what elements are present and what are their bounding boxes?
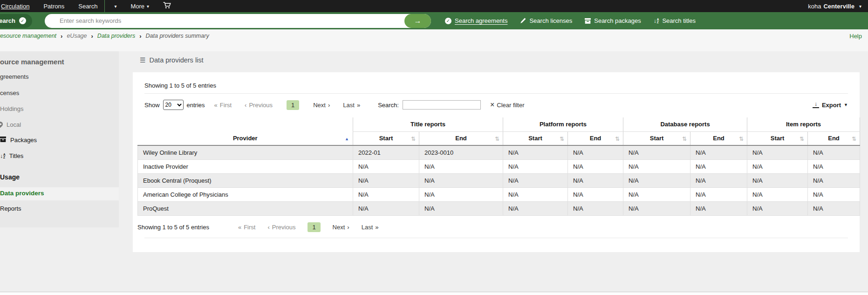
- sidebar-item-packages[interactable]: Packages: [0, 137, 37, 144]
- sidebar-item-data-providers[interactable]: ⇄ Data providers: [0, 190, 44, 197]
- previous-page-button[interactable]: ‹ Previous: [267, 224, 295, 231]
- report-period-cell: N/A: [503, 187, 568, 201]
- provider-cell: Inactive Provider: [138, 159, 353, 173]
- search-tab-label: nent search: [0, 17, 15, 24]
- provider-cell: American College of Physicians: [138, 187, 353, 201]
- report-period-cell: N/A: [568, 159, 623, 173]
- sidebar-item-label: Reports: [0, 205, 21, 212]
- report-period-cell: N/A: [747, 173, 808, 187]
- last-page-button[interactable]: Last »: [343, 102, 360, 109]
- link-search-titles[interactable]: ↓AZ Search titles: [654, 17, 696, 24]
- nav-circulation[interactable]: Circulation: [0, 0, 36, 12]
- search-type-tab[interactable]: nent search ✓: [0, 14, 32, 28]
- sidebar-item-reports[interactable]: Reports: [0, 205, 21, 212]
- sidebar-item-titles[interactable]: ↓AZ Titles: [0, 152, 23, 159]
- table-filter-input[interactable]: [403, 100, 481, 110]
- report-period-cell: N/A: [808, 159, 860, 173]
- breadcrumb-current: Data providers summary: [146, 33, 209, 39]
- group-item-reports: Item reports: [747, 117, 860, 131]
- sidebar-heading-resource-management: ource management: [0, 58, 64, 66]
- report-period-cell: N/A: [568, 173, 623, 187]
- link-label: Search titles: [662, 17, 696, 24]
- group-header-row: Provider ▲ Title reports Platform report…: [138, 117, 860, 131]
- group-platform-reports: Platform reports: [503, 117, 623, 131]
- report-period-cell: N/A: [503, 173, 568, 187]
- report-period-cell: N/A: [623, 145, 690, 159]
- first-page-button[interactable]: « First: [238, 224, 256, 231]
- table-row[interactable]: Wiley Online Library2022-012023-0010N/AN…: [138, 145, 860, 159]
- sidebar-item-agreements[interactable]: greements: [0, 73, 28, 80]
- breadcrumb: resource management › eUsage › Data prov…: [0, 29, 868, 51]
- search-input[interactable]: [45, 17, 390, 24]
- filter-search-label: Search:: [378, 102, 399, 109]
- sidebar-item-holdings[interactable]: Holdings: [0, 105, 24, 112]
- arrow-right-icon: →: [414, 17, 422, 25]
- double-chevron-right-icon: »: [357, 102, 360, 109]
- first-label: First: [220, 102, 232, 109]
- footer-divider: [0, 292, 868, 295]
- help-link[interactable]: Help: [849, 33, 862, 40]
- user-menu[interactable]: koha Centerville ▾: [808, 3, 868, 10]
- sidebar-item-label: Local: [7, 121, 21, 128]
- data-providers-panel: Showing 1 to 5 of 5 entries Show 20 entr…: [133, 72, 860, 252]
- sort-icon: ⇅: [615, 136, 620, 142]
- column-header-start[interactable]: Start ⇅: [503, 131, 568, 145]
- report-period-cell: 2022-01: [353, 145, 419, 159]
- sort-icon: ⇅: [411, 136, 416, 142]
- provider-column-header[interactable]: Provider ▲: [138, 117, 353, 145]
- previous-page-button[interactable]: ‹ Previous: [245, 102, 273, 109]
- link-label: Search packages: [594, 17, 641, 24]
- breadcrumb-resource-management[interactable]: resource management: [0, 33, 56, 39]
- next-page-button[interactable]: Next ›: [313, 102, 330, 109]
- pagination-bottom: « First ‹ Previous 1 Next › Last »: [238, 222, 379, 232]
- report-period-cell: N/A: [808, 145, 860, 159]
- table-row[interactable]: Inactive ProviderN/AN/AN/AN/AN/AN/AN/AN/…: [138, 159, 860, 173]
- first-page-button[interactable]: « First: [214, 102, 232, 109]
- column-header-end[interactable]: End ⇅: [568, 131, 623, 145]
- sort-icon: ⇅: [739, 136, 744, 142]
- column-header-end[interactable]: End ⇅: [808, 131, 860, 145]
- nav-more[interactable]: More ▾: [123, 0, 156, 12]
- page-number-button[interactable]: 1: [308, 222, 320, 232]
- column-header-end[interactable]: End ⇅: [690, 131, 747, 145]
- table-footer: Showing 1 to 5 of 5 entries « First ‹ Pr…: [137, 222, 850, 232]
- clear-filter-label: Clear filter: [497, 102, 524, 109]
- breadcrumb-eusage[interactable]: eUsage: [67, 33, 87, 39]
- chevron-right-icon: ›: [328, 102, 330, 109]
- link-search-licenses[interactable]: Search licenses: [520, 17, 572, 24]
- sidebar-item-local[interactable]: Local: [0, 121, 21, 128]
- group-title-reports: Title reports: [353, 117, 503, 131]
- table-row[interactable]: ProQuestN/AN/AN/AN/AN/AN/AN/AN/A: [138, 201, 860, 215]
- column-header-end[interactable]: End ⇅: [419, 131, 503, 145]
- nav-search-dropdown[interactable]: ▾: [105, 0, 123, 12]
- list-icon: ☰: [140, 56, 146, 64]
- link-search-packages[interactable]: Search packages: [585, 17, 641, 24]
- next-label: Next: [313, 102, 326, 109]
- nav-search[interactable]: Search: [71, 0, 104, 12]
- next-page-button[interactable]: Next ›: [333, 224, 349, 231]
- column-header-start[interactable]: Start ⇅: [623, 131, 690, 145]
- report-period-cell: N/A: [623, 201, 690, 215]
- report-period-cell: N/A: [568, 145, 623, 159]
- double-chevron-right-icon: »: [375, 224, 378, 231]
- page-size-select[interactable]: 20: [163, 100, 184, 110]
- entries-label: entries: [187, 102, 205, 109]
- link-search-agreements[interactable]: ✓ Search agreements: [441, 17, 507, 24]
- last-page-button[interactable]: Last »: [362, 224, 379, 231]
- provider-cell: Wiley Online Library: [138, 145, 353, 159]
- chevron-right-icon: ›: [91, 33, 93, 40]
- sidebar-item-licenses[interactable]: censes: [0, 89, 19, 96]
- nav-patrons[interactable]: Patrons: [36, 0, 71, 12]
- export-button[interactable]: ↓ Export ▼: [813, 102, 848, 109]
- breadcrumb-data-providers[interactable]: Data providers: [97, 33, 135, 39]
- clear-filter-button[interactable]: × Clear filter: [490, 102, 525, 109]
- report-period-cell: N/A: [503, 159, 568, 173]
- page-number-button[interactable]: 1: [287, 100, 299, 110]
- chevron-down-icon: ▾: [859, 4, 861, 9]
- table-row[interactable]: Ebook Central (Proquest)N/AN/AN/AN/AN/AN…: [138, 173, 860, 187]
- column-header-start[interactable]: Start ⇅: [747, 131, 808, 145]
- column-header-start[interactable]: Start ⇅: [353, 131, 419, 145]
- table-row[interactable]: American College of PhysiciansN/AN/AN/AN…: [138, 187, 860, 201]
- search-submit-button[interactable]: →: [404, 14, 431, 28]
- cart-button[interactable]: [156, 0, 178, 12]
